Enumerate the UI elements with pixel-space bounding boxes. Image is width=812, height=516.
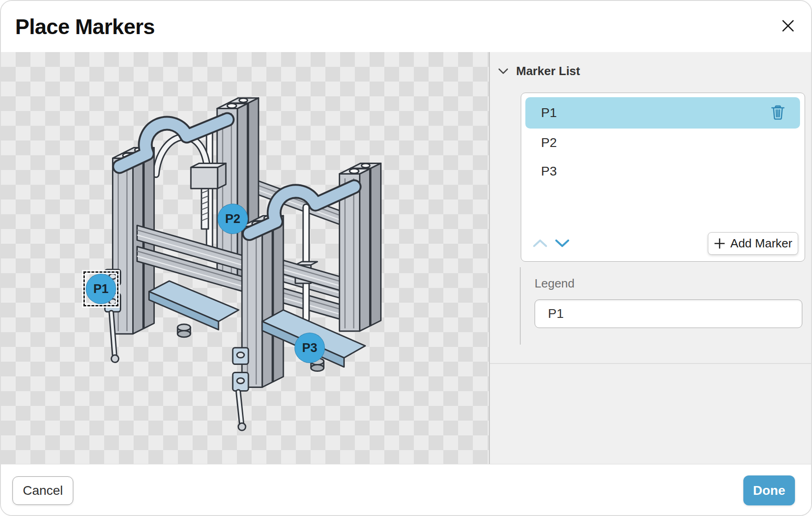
marker-label: P2 (225, 212, 240, 226)
legend-input[interactable] (535, 299, 802, 328)
legend-indent-guide (520, 267, 521, 345)
canvas-marker-p3[interactable]: P3 (294, 333, 325, 363)
list-item-label: P3 (541, 164, 557, 179)
marker-list-panel: Marker List P1 (490, 52, 812, 464)
list-item-label: P2 (541, 135, 557, 150)
list-item-label: P1 (541, 106, 557, 120)
close-icon (782, 19, 794, 32)
dialog-header: Place Markers (1, 1, 811, 52)
plus-icon (714, 238, 725, 249)
cancel-button[interactable]: Cancel (12, 476, 73, 505)
frame-illustration (1, 52, 489, 464)
marker-list-header[interactable]: Marker List (498, 64, 580, 78)
canvas-marker-p2[interactable]: P2 (218, 204, 248, 234)
marker-list-box: P1 P2 (521, 93, 805, 262)
marker-label: P3 (302, 341, 317, 355)
legend-label: Legend (535, 276, 575, 291)
canvas-marker-p1[interactable]: P1 (86, 274, 116, 304)
place-markers-dialog: Place Markers (0, 0, 812, 516)
close-button[interactable] (778, 16, 798, 36)
panel-section-divider (490, 363, 812, 364)
marker-canvas[interactable]: P1 P2 P3 (1, 52, 489, 464)
marker-list-item-p1[interactable]: P1 (525, 97, 800, 129)
delete-marker-button[interactable] (771, 104, 785, 121)
reorder-controls (532, 238, 570, 249)
marker-label: P1 (93, 282, 108, 296)
chevron-down-icon (555, 239, 570, 247)
dialog-title: Place Markers (15, 1, 155, 52)
dialog-footer: Cancel Done (1, 464, 811, 516)
marker-list-title: Marker List (516, 64, 580, 78)
done-button[interactable]: Done (743, 475, 795, 505)
marker-list-item-p3[interactable]: P3 (525, 157, 800, 186)
trash-icon (771, 105, 785, 120)
list-controls: Add Marker (532, 229, 798, 257)
move-up-button[interactable] (532, 238, 548, 249)
chevron-up-icon (533, 239, 547, 247)
chevron-down-icon (498, 68, 508, 74)
marker-list-item-p2[interactable]: P2 (525, 129, 800, 157)
move-down-button[interactable] (554, 238, 570, 249)
add-marker-label: Add Marker (730, 236, 792, 251)
add-marker-button[interactable]: Add Marker (708, 232, 798, 255)
